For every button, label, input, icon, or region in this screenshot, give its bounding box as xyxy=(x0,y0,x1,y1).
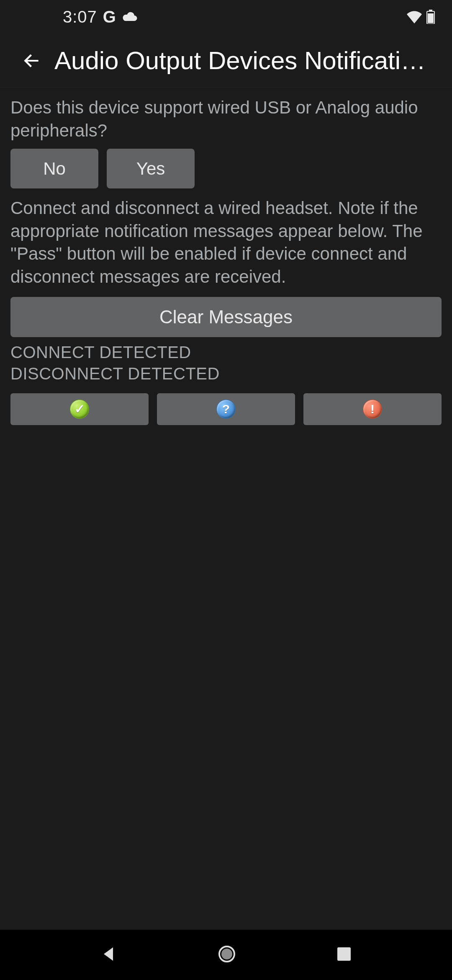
fail-button[interactable]: ! xyxy=(303,393,442,425)
svg-rect-5 xyxy=(337,947,351,961)
nav-recent-button[interactable] xyxy=(336,946,352,963)
circle-home-icon xyxy=(218,945,236,963)
back-button[interactable] xyxy=(13,42,50,80)
connect-status-text: CONNECT DETECTED xyxy=(10,340,442,362)
nav-back-button[interactable] xyxy=(100,946,117,964)
status-bar: 3:07 G xyxy=(0,0,452,34)
pass-button[interactable]: ✓ xyxy=(10,393,149,425)
clock: 3:07 xyxy=(63,8,97,26)
disconnect-status-text: DISCONNECT DETECTED xyxy=(10,362,442,383)
svg-point-4 xyxy=(221,949,232,959)
check-icon: ✓ xyxy=(70,400,89,419)
google-icon: G xyxy=(103,8,116,26)
cloud-icon xyxy=(122,11,139,22)
nav-home-button[interactable] xyxy=(218,945,236,965)
square-recent-icon xyxy=(336,946,352,962)
question-icon: ? xyxy=(216,400,236,419)
app-bar: Audio Output Devices Notificati… xyxy=(0,34,452,88)
wifi-icon xyxy=(406,10,423,23)
svg-rect-2 xyxy=(428,13,434,23)
result-row: ✓ ? ! xyxy=(10,393,442,425)
arrow-back-icon xyxy=(21,50,42,71)
triangle-back-icon xyxy=(100,946,117,962)
no-button[interactable]: No xyxy=(10,149,98,188)
answer-row: No Yes xyxy=(10,149,442,188)
question-text: Does this device support wired USB or An… xyxy=(10,94,442,146)
battery-icon xyxy=(426,10,435,24)
nav-bar xyxy=(0,930,452,980)
info-button[interactable]: ? xyxy=(157,393,295,425)
status-left: 3:07 G xyxy=(17,8,139,26)
status-right xyxy=(406,10,435,24)
yes-button[interactable]: Yes xyxy=(107,149,195,188)
instructions-text: Connect and disconnect a wired headset. … xyxy=(10,195,442,292)
page-title: Audio Output Devices Notificati… xyxy=(54,46,439,75)
content: Does this device support wired USB or An… xyxy=(0,88,452,431)
clear-messages-button[interactable]: Clear Messages xyxy=(10,297,442,337)
exclamation-icon: ! xyxy=(363,400,382,419)
